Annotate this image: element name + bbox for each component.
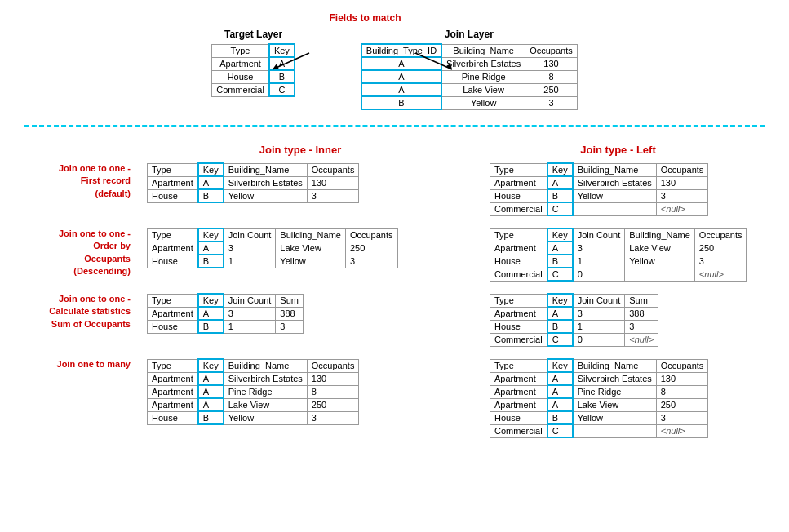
target-layer-label: Target Layer — [211, 29, 295, 40]
inner-table-wrap-2: TypeKeyJoin CountSumApartmentA3388HouseB… — [147, 293, 449, 334]
left-table-wrap-1: TypeKeyJoin CountBuilding_NameOccupantsA… — [490, 228, 781, 282]
left-table-wrap-0: TypeKeyBuilding_NameOccupantsApartmentAS… — [490, 162, 781, 216]
join-label-2: Join one to one -Calculate statisticsSum… — [8, 293, 139, 330]
join-label-1: Join one to one -Order byOccupants(Desce… — [8, 228, 139, 278]
right-arrow — [411, 49, 460, 73]
data-table: TypeKeyJoin CountSumApartmentA3388HouseB… — [147, 293, 304, 334]
separator-line — [24, 125, 765, 127]
data-table: TypeKeyJoin CountBuilding_NameOccupantsA… — [490, 228, 747, 282]
section-headers: Join type - Inner Join type - Left — [145, 144, 781, 156]
left-join-header: Join type - Left — [455, 144, 781, 156]
inner-table-wrap-0: TypeKeyBuilding_NameOccupantsApartmentAS… — [147, 162, 449, 203]
data-table: TypeKeyBuilding_NameOccupantsApartmentAS… — [490, 162, 708, 216]
data-table: TypeKeyJoin CountBuilding_NameOccupantsA… — [147, 228, 398, 268]
join-label-0: Join one to one -First record(default) — [8, 162, 139, 200]
inner-join-header: Join type - Inner — [145, 144, 455, 156]
join-rows-container: Join one to one -First record(default)Ty… — [8, 162, 781, 438]
left-table-wrap-3: TypeKeyBuilding_NameOccupantsApartmentAS… — [490, 358, 781, 438]
left-table-wrap-2: TypeKeyJoin CountSumApartmentA3388HouseB… — [490, 293, 781, 347]
join-row-1: Join one to one -Order byOccupants(Desce… — [8, 228, 781, 282]
inner-table-wrap-1: TypeKeyJoin CountBuilding_NameOccupantsA… — [147, 228, 449, 268]
data-table: TypeKeyJoin CountSumApartmentA3388HouseB… — [490, 293, 658, 347]
target-col-type: Type — [212, 44, 269, 57]
data-table: TypeKeyBuilding_NameOccupantsApartmentAS… — [490, 358, 708, 438]
join-row-0: Join one to one -First record(default)Ty… — [8, 162, 781, 216]
inner-table-wrap-3: TypeKeyBuilding_NameOccupantsApartmentAS… — [147, 358, 449, 425]
join-row-2: Join one to one -Calculate statisticsSum… — [8, 293, 781, 347]
left-arrow — [264, 49, 313, 73]
join-label-3: Join one to many — [8, 358, 139, 370]
fields-to-match-label: Fields to match — [330, 12, 401, 24]
join-row-3: Join one to manyTypeKeyBuilding_NameOccu… — [8, 358, 781, 438]
data-table: TypeKeyBuilding_NameOccupantsApartmentAS… — [147, 358, 359, 425]
svg-line-0 — [273, 53, 309, 69]
join-layer-label: Join Layer — [361, 29, 578, 40]
data-table: TypeKeyBuilding_NameOccupantsApartmentAS… — [147, 162, 359, 203]
